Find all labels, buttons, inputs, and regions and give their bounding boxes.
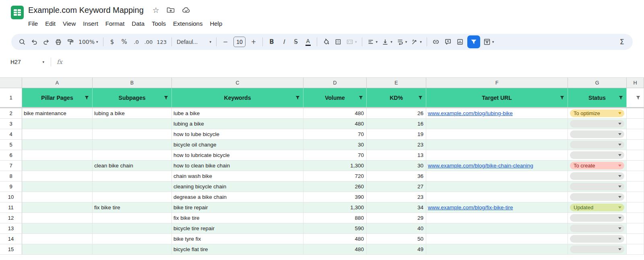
cell-D10[interactable]: 390 <box>303 192 367 202</box>
cell-G11[interactable]: Updated <box>568 202 627 213</box>
print-button[interactable] <box>52 36 64 48</box>
cell-A7[interactable] <box>22 161 93 171</box>
name-box[interactable]: H27 ▾ <box>5 59 47 65</box>
cell-C7[interactable]: how to clean bike chain <box>172 161 303 171</box>
cell-C13[interactable]: bicycle tire repair <box>172 223 303 234</box>
status-chip[interactable] <box>570 120 624 128</box>
merge-cells-button[interactable]: ▾ <box>344 36 359 48</box>
zoom-selector[interactable]: 100%▾ <box>76 36 100 48</box>
status-chip[interactable] <box>570 183 624 190</box>
cell-G6[interactable] <box>568 150 627 161</box>
row-header-5[interactable]: 5 <box>0 140 22 150</box>
cell-H10[interactable] <box>627 192 644 202</box>
filter-views-button[interactable]: ▾ <box>481 36 496 48</box>
cell-A10[interactable] <box>22 192 93 202</box>
horizontal-align-button[interactable]: ▾ <box>365 36 380 48</box>
cell-B3[interactable] <box>93 119 172 129</box>
cell-C4[interactable]: how to lube bicycle <box>172 129 303 140</box>
cell-B10[interactable] <box>93 192 172 202</box>
column-letter-D[interactable]: D <box>303 78 367 88</box>
cell-A8[interactable] <box>22 171 93 182</box>
cell-F10[interactable] <box>426 192 568 202</box>
row-header-11[interactable]: 11 <box>0 202 22 213</box>
filter-button[interactable] <box>467 35 480 48</box>
cell-G14[interactable] <box>568 234 627 244</box>
cell-G13[interactable] <box>568 223 627 234</box>
cell-B14[interactable] <box>93 234 172 244</box>
document-title[interactable]: Example.com Keyword Mapping <box>28 6 144 15</box>
text-rotation-button[interactable]: A▾ <box>409 36 424 48</box>
status-chip[interactable] <box>570 130 624 138</box>
menu-help[interactable]: Help <box>206 19 226 28</box>
header-cell-A1[interactable]: Pillar Pages <box>22 88 93 107</box>
cell-D9[interactable]: 260 <box>303 182 367 192</box>
text-color-button[interactable]: A <box>302 36 314 48</box>
star-icon[interactable]: ☆ <box>153 6 159 14</box>
cell-C5[interactable]: bicycle oil change <box>172 140 303 150</box>
menu-edit[interactable]: Edit <box>41 19 59 28</box>
cell-H12[interactable] <box>627 213 644 223</box>
cell-C10[interactable]: degrease a bike chain <box>172 192 303 202</box>
redo-button[interactable] <box>40 36 52 48</box>
cell-G3[interactable] <box>568 119 627 129</box>
cell-G9[interactable] <box>568 182 627 192</box>
cell-D2[interactable]: 480 <box>303 108 367 119</box>
status-chip[interactable] <box>570 151 624 159</box>
header-cell-F1[interactable]: Target URL <box>426 88 568 107</box>
status-chip[interactable]: To optimize <box>570 109 624 117</box>
cell-D3[interactable]: 480 <box>303 119 367 129</box>
header-cell-H1[interactable] <box>627 88 644 107</box>
cell-A6[interactable] <box>22 150 93 161</box>
cell-G7[interactable]: To create <box>568 161 627 171</box>
column-letter-F[interactable]: F <box>426 78 568 88</box>
header-cell-B1[interactable]: Subpages <box>93 88 172 107</box>
cell-H14[interactable] <box>627 234 644 244</box>
row-header-15[interactable]: 15 <box>0 244 22 255</box>
cell-H4[interactable] <box>627 129 644 140</box>
cell-E14[interactable]: 50 <box>367 234 426 244</box>
increase-decimal-button[interactable]: .00 <box>142 36 155 48</box>
menu-insert[interactable]: Insert <box>79 19 102 28</box>
functions-button[interactable]: Σ <box>616 36 628 48</box>
cell-C3[interactable]: lubing a bike <box>172 119 303 129</box>
cell-B9[interactable] <box>93 182 172 192</box>
cell-G12[interactable] <box>568 213 627 223</box>
filter-icon[interactable] <box>418 95 423 100</box>
cell-G2[interactable]: To optimize <box>568 108 627 119</box>
cell-B4[interactable] <box>93 129 172 140</box>
insert-comment-button[interactable] <box>442 36 454 48</box>
filter-icon[interactable] <box>295 95 300 100</box>
cell-C15[interactable]: bicycle flat tire <box>172 244 303 255</box>
header-cell-D1[interactable]: Volume <box>303 88 367 107</box>
font-size-input[interactable]: 10 <box>233 37 246 47</box>
cell-B5[interactable] <box>93 140 172 150</box>
row-header-2[interactable]: 2 <box>0 108 22 119</box>
cell-H5[interactable] <box>627 140 644 150</box>
cell-H13[interactable] <box>627 223 644 234</box>
paint-format-button[interactable] <box>64 36 76 48</box>
column-letter-H[interactable]: H <box>627 78 644 88</box>
target-url-link[interactable]: www.example.com/blog/bike-chain-cleaning <box>428 163 533 169</box>
percent-format-button[interactable]: % <box>118 36 130 48</box>
row-header-8[interactable]: 8 <box>0 171 22 182</box>
strikethrough-button[interactable]: S <box>290 36 302 48</box>
cell-H11[interactable] <box>627 202 644 213</box>
cell-E2[interactable]: 26 <box>367 108 426 119</box>
filter-icon[interactable] <box>560 95 564 100</box>
increase-font-size-button[interactable]: + <box>248 36 260 48</box>
status-chip[interactable] <box>570 214 624 222</box>
header-cell-G1[interactable]: Status <box>568 88 627 107</box>
cell-B13[interactable] <box>93 223 172 234</box>
filter-icon[interactable] <box>359 95 363 100</box>
row-header-3[interactable]: 3 <box>0 119 22 129</box>
cell-E13[interactable]: 40 <box>367 223 426 234</box>
status-chip[interactable]: Updated <box>570 204 624 211</box>
menu-view[interactable]: View <box>59 19 79 28</box>
bold-button[interactable]: B <box>266 36 278 48</box>
cell-A4[interactable] <box>22 129 93 140</box>
cell-E10[interactable]: 23 <box>367 192 426 202</box>
status-chip[interactable] <box>570 193 624 201</box>
cell-D8[interactable]: 720 <box>303 171 367 182</box>
row-header-7[interactable]: 7 <box>0 161 22 171</box>
cell-F3[interactable] <box>426 119 568 129</box>
